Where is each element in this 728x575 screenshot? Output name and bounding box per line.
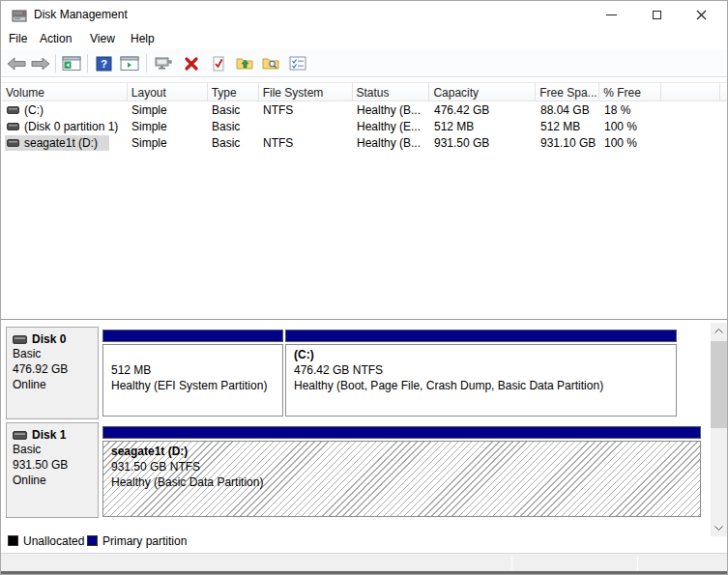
status-cell: Healthy (B... — [353, 103, 430, 117]
close-button[interactable] — [685, 1, 716, 28]
partition-size: 512 MB — [111, 362, 282, 378]
partition-c-drive[interactable]: (C:) 476.42 GB NTFS Healthy (Boot, Page … — [285, 330, 677, 417]
volume-icon — [7, 106, 19, 114]
maximize-button[interactable] — [641, 1, 672, 28]
disk-icon — [13, 431, 27, 440]
disk1-label-panel[interactable]: Disk 1 Basic 931.50 GB Online — [6, 422, 99, 518]
percent-free-cell: 100 % — [600, 136, 662, 150]
chevron-up-icon — [714, 329, 723, 333]
partition-seagate1t[interactable]: seagate1t (D:) 931.50 GB NTFS Healthy (B… — [102, 426, 701, 517]
close-icon — [696, 10, 707, 20]
partition-efi[interactable]: 512 MB Healthy (EFI System Partition) — [102, 330, 283, 417]
properties-button[interactable] — [286, 52, 309, 74]
partition-color-bar — [102, 330, 283, 342]
status-bar — [1, 553, 727, 571]
scroll-up-button[interactable] — [711, 323, 727, 339]
action-pane-icon — [120, 56, 139, 72]
disk-type: Basic — [13, 442, 98, 457]
free-space-cell: 512 MB — [537, 120, 600, 133]
remote-computer-icon — [154, 56, 173, 71]
volume-icon — [7, 139, 19, 147]
column-header-file-system[interactable]: File System — [259, 83, 353, 101]
show-action-pane-button[interactable] — [118, 52, 141, 74]
svg-text:?: ? — [101, 58, 107, 70]
title-bar: Disk Management — [1, 1, 727, 29]
free-space-cell: 88.04 GB — [537, 103, 600, 117]
toolbar: ? — [1, 49, 727, 77]
disk-status: Online — [13, 473, 98, 488]
unallocated-swatch — [8, 535, 18, 546]
partition-name: (C:) — [294, 347, 676, 362]
menu-bar: File Action View Help — [1, 29, 727, 49]
open-folder-button[interactable] — [233, 52, 256, 74]
disk-management-window: Disk Management File Action View Help — [0, 0, 728, 575]
console-tree-icon — [62, 56, 81, 72]
show-console-tree-button[interactable] — [60, 52, 83, 74]
volume-list: Volume Layout Type File System Status Ca… — [2, 82, 728, 319]
check-document-icon — [211, 56, 226, 72]
volume-row-c[interactable]: (C:) Simple Basic NTFS Healthy (B... 476… — [2, 101, 728, 118]
disk-name: Disk 1 — [32, 428, 66, 442]
column-header-percent-free[interactable]: % Free — [599, 83, 661, 101]
column-header-layout[interactable]: Layout — [128, 83, 208, 101]
forward-button[interactable] — [29, 52, 52, 74]
type-cell: Basic — [208, 103, 259, 117]
menu-view[interactable]: View — [90, 32, 115, 45]
percent-free-cell: 18 % — [600, 103, 662, 117]
partition-status: Healthy (EFI System Partition) — [111, 378, 282, 393]
toolbar-separator — [55, 54, 56, 72]
column-header-blank[interactable] — [661, 83, 720, 101]
legend: Unallocated Primary partition — [2, 532, 728, 552]
volume-name: (Disk 0 partition 1) — [24, 120, 118, 133]
remote-computer-button[interactable] — [152, 52, 175, 74]
toolbar-separator — [87, 54, 88, 72]
disk-status: Online — [13, 377, 98, 392]
layout-cell: Simple — [128, 136, 208, 150]
column-header-volume[interactable]: Volume — [2, 83, 128, 101]
menu-help[interactable]: Help — [131, 32, 155, 45]
volume-row-seagate1t[interactable]: seagate1t (D:) Simple Basic NTFS Healthy… — [2, 134, 728, 151]
legend-label-unallocated: Unallocated — [23, 534, 84, 548]
legend-label-primary-partition: Primary partition — [102, 534, 187, 548]
column-header-capacity[interactable]: Capacity — [429, 83, 536, 101]
back-button[interactable] — [5, 52, 28, 74]
type-cell: Basic — [208, 120, 259, 133]
column-header-free-space[interactable]: Free Spa... — [536, 83, 599, 101]
explore-folder-button[interactable] — [259, 52, 282, 74]
volume-cell: (Disk 0 partition 1) — [2, 119, 128, 134]
minimize-button[interactable] — [596, 1, 626, 28]
maximize-icon — [653, 11, 661, 19]
volume-name: seagate1t (D:) — [24, 136, 98, 150]
volume-cell: (C:) — [2, 102, 128, 118]
menu-action[interactable]: Action — [40, 32, 72, 45]
minimize-icon — [606, 14, 617, 15]
volume-list-header: Volume Layout Type File System Status Ca… — [2, 82, 728, 101]
capacity-cell: 512 MB — [430, 120, 537, 133]
status-cell: Healthy (B... — [353, 136, 430, 150]
scrollbar-thumb[interactable] — [711, 341, 727, 428]
partition-name: seagate1t (D:) — [111, 444, 700, 459]
column-header-filler — [720, 83, 728, 101]
disk-size: 931.50 GB — [13, 457, 98, 473]
disk-icon — [13, 335, 27, 344]
delete-volume-button[interactable] — [180, 52, 203, 74]
mark-active-button[interactable] — [207, 52, 230, 74]
folder-search-icon — [262, 56, 280, 71]
volume-icon — [7, 123, 19, 130]
disk0-label-panel[interactable]: Disk 0 Basic 476.92 GB Online — [6, 327, 99, 419]
partition-color-bar — [285, 330, 677, 342]
column-header-status[interactable]: Status — [353, 83, 430, 101]
help-icon: ? — [96, 56, 112, 72]
chevron-down-icon — [714, 526, 723, 531]
forward-arrow-icon — [31, 57, 50, 71]
help-button[interactable]: ? — [92, 52, 115, 74]
menu-file[interactable]: File — [9, 32, 27, 45]
vertical-scrollbar[interactable] — [711, 323, 727, 536]
layout-cell: Simple — [128, 103, 208, 117]
column-header-type[interactable]: Type — [208, 83, 259, 101]
graphical-view: Disk 0 Basic 476.92 GB Online 512 MB Hea… — [2, 320, 728, 553]
volume-row-disk0-partition1[interactable]: (Disk 0 partition 1) Simple Basic Health… — [2, 118, 728, 134]
disk-name: Disk 0 — [32, 332, 66, 346]
layout-cell: Simple — [128, 120, 208, 133]
toolbar-separator — [146, 54, 147, 72]
